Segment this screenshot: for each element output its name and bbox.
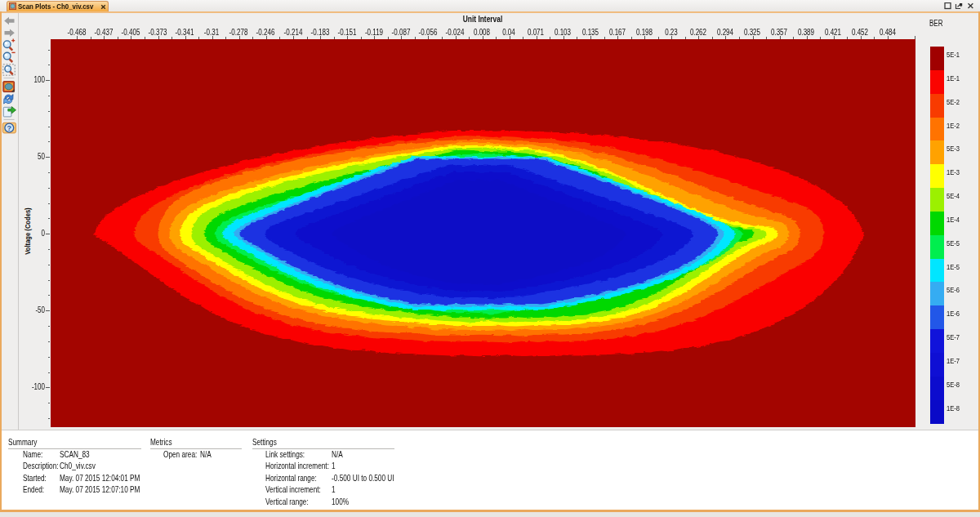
svg-text:?: ? — [7, 124, 12, 132]
